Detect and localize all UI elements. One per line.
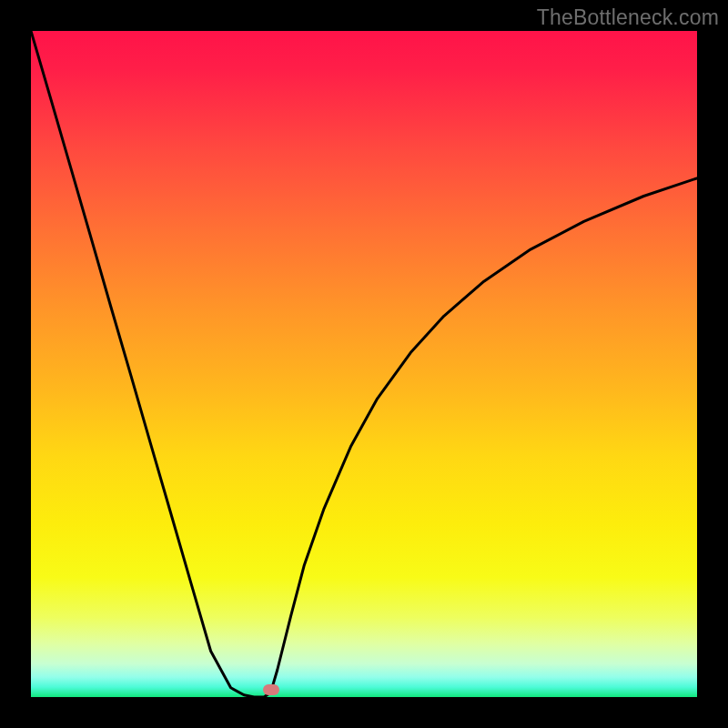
bottleneck-curve (31, 31, 697, 697)
chart-frame: TheBottleneck.com (0, 0, 728, 728)
optimal-point-marker (263, 684, 279, 695)
watermark-text: TheBottleneck.com (537, 5, 719, 30)
curve-path (31, 31, 697, 697)
